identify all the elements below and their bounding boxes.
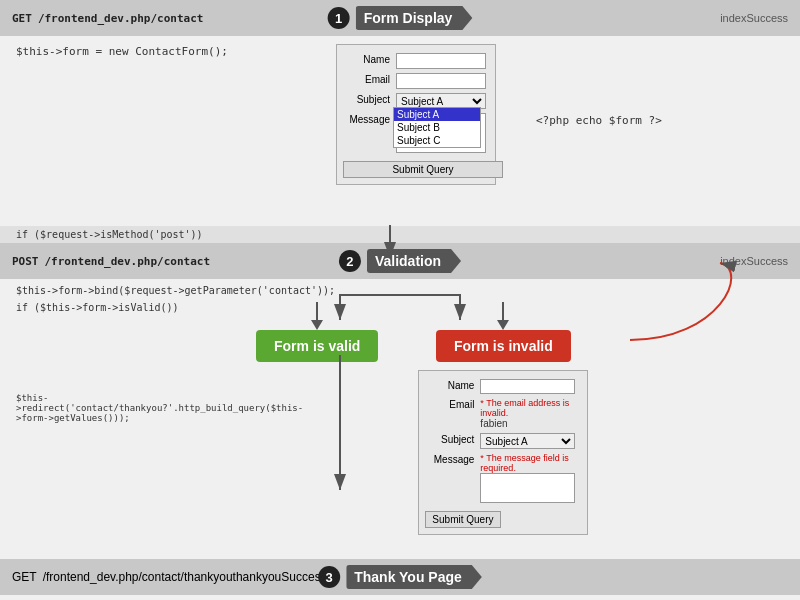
contact-form-display: Name Email Subject Subject A Subject A <box>336 44 496 185</box>
step3-title: Thank You Page <box>346 565 482 589</box>
subject-option-b-item[interactable]: Subject B <box>394 121 480 134</box>
name-input[interactable] <box>396 53 486 69</box>
message-error-msg: * The message field is required. <box>480 453 578 473</box>
inv-name-input[interactable] <box>480 379 575 394</box>
sec2-redirect-code: $this->redirect('contact/thankyou?'.http… <box>16 393 236 423</box>
invalid-form-mock: Name Email * The email address is invali… <box>418 370 588 535</box>
sec1-code: $this->form = new ContactForm(); <box>16 45 228 58</box>
section2-url: /frontend_dev.php/contact <box>45 255 211 268</box>
sec2-center: Form is valid Form is invalid Name <box>256 302 588 535</box>
inv-subject-select[interactable]: Subject A <box>480 433 575 449</box>
section3-method: GET <box>12 570 37 584</box>
sec1-echo-code: <?php echo $form ?> <box>536 114 662 127</box>
section1-right-label: indexSuccess <box>720 12 788 24</box>
invalid-branch: Form is invalid Name Email <box>418 302 588 535</box>
step2-badge: 2 <box>339 250 361 272</box>
submit-button[interactable]: Submit Query <box>343 161 503 178</box>
sec2-main-row: if ($this->form->isValid()) $this->redir… <box>16 302 784 535</box>
inv-message-textarea[interactable] <box>480 473 575 503</box>
email-input[interactable] <box>396 73 486 89</box>
email-label: Email <box>343 71 393 91</box>
subject-option-a-item[interactable]: Subject A <box>394 108 480 121</box>
section2-bar: POST /frontend_dev.php/contact 2 Validat… <box>0 243 800 279</box>
section3-bar: GET /frontend_dev.php/contact/thankyou 3… <box>0 559 800 595</box>
email-error-msg: * The email address is invalid. <box>480 398 578 418</box>
invalid-form-container: Name Email * The email address is invali… <box>418 370 588 535</box>
form-invalid-button[interactable]: Form is invalid <box>436 330 571 362</box>
section1-bar: GET /frontend_dev.php/contact 1 Form Dis… <box>0 0 800 36</box>
form-valid-button[interactable]: Form is valid <box>256 330 378 362</box>
section1-method: GET <box>12 12 32 25</box>
section3-content: Name: Fabian Email: fabien.potencier@sym… <box>0 595 800 600</box>
section3-right-label: thankyouSuccess <box>233 570 327 584</box>
sec1-code-right: <?php echo $form ?> <box>516 44 784 127</box>
sec1-code-left: $this->form = new ContactForm(); <box>16 44 316 58</box>
message-label: Message <box>343 111 393 157</box>
section1-content: $this->form = new ContactForm(); Name Em… <box>0 36 800 226</box>
inv-submit-button[interactable]: Submit Query <box>425 511 500 528</box>
sec1-form-area: Name Email Subject Subject A Subject A <box>316 44 516 185</box>
subject-dropdown: Subject A Subject B Subject C <box>393 107 481 148</box>
inv-email-label: Email <box>425 396 477 431</box>
arrow-line-invalid <box>502 302 504 320</box>
step1-badge: 1 <box>328 7 350 29</box>
email-value: fabien <box>480 418 507 429</box>
inv-name-label: Name <box>425 377 477 396</box>
section1-url: /frontend_dev.php/contact <box>38 12 204 25</box>
arrow-line-valid <box>316 302 318 320</box>
section2-right-label: indexSuccess <box>720 255 788 267</box>
step1-title: Form Display <box>356 6 473 30</box>
section3-url: /frontend_dev.php/contact/thankyou <box>43 570 233 584</box>
sec2-code-bind: $this->form->bind($request->getParameter… <box>16 285 784 296</box>
subject-label: Subject <box>343 91 393 111</box>
section2-content: $this->form->bind($request->getParameter… <box>0 279 800 559</box>
sec2-if-valid: if ($this->form->isValid()) <box>16 302 236 313</box>
inv-message-label: Message <box>425 451 477 507</box>
inv-subject-label: Subject <box>425 431 477 451</box>
fork-arrows: Form is valid Form is invalid Name <box>256 302 588 535</box>
valid-branch: Form is valid <box>256 302 378 535</box>
arrow-head-invalid <box>497 320 509 330</box>
step2-title: Validation <box>367 249 461 273</box>
sec2-left-area: if ($this->form->isValid()) $this->redir… <box>16 302 236 423</box>
arrow-head-valid <box>311 320 323 330</box>
subject-option-c-item[interactable]: Subject C <box>394 134 480 147</box>
step3-badge: 3 <box>318 566 340 588</box>
name-label: Name <box>343 51 393 71</box>
section2-method: POST <box>12 255 39 268</box>
if-request-label: if ($request->isMethod('post')) <box>0 226 800 243</box>
